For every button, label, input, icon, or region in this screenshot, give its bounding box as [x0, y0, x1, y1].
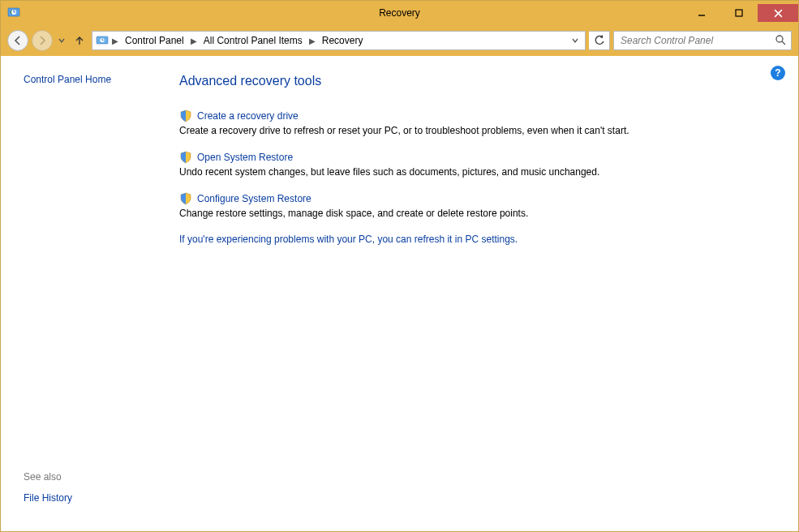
forward-button[interactable] — [32, 30, 53, 51]
tool-item: Configure System Restore Change restore … — [179, 192, 766, 219]
help-icon[interactable]: ? — [771, 66, 785, 80]
search-input[interactable] — [619, 34, 775, 47]
arrow-up-icon — [74, 35, 85, 46]
address-bar[interactable]: ▶ Control Panel ▶ All Control Panel Item… — [92, 31, 586, 50]
see-also-label: See also — [24, 471, 166, 483]
tool-description: Create a recovery drive to refresh or re… — [179, 125, 766, 136]
app-icon — [7, 6, 20, 19]
window: Recovery — [0, 0, 799, 532]
maximize-button[interactable] — [720, 4, 758, 22]
address-dropdown[interactable] — [569, 37, 582, 44]
window-controls — [683, 4, 798, 22]
toolbar: ▶ Control Panel ▶ All Control Panel Item… — [1, 25, 798, 56]
content-area: Control Panel Home See also File History… — [1, 56, 798, 531]
up-button[interactable] — [71, 30, 88, 51]
tool-description: Change restore settings, manage disk spa… — [179, 208, 766, 219]
minimize-button[interactable] — [683, 4, 720, 22]
sidebar: Control Panel Home See also File History — [1, 56, 179, 531]
location-icon — [96, 34, 109, 47]
search-icon[interactable] — [775, 34, 786, 48]
svg-rect-3 — [736, 10, 742, 16]
shield-icon — [179, 109, 192, 122]
breadcrumb-item[interactable]: Control Panel — [122, 35, 187, 46]
close-button[interactable] — [758, 4, 798, 22]
close-icon — [774, 9, 783, 18]
control-panel-home-link[interactable]: Control Panel Home — [24, 74, 111, 85]
breadcrumb-separator[interactable]: ▶ — [110, 36, 120, 45]
file-history-link[interactable]: File History — [24, 492, 166, 504]
breadcrumb-separator[interactable]: ▶ — [307, 36, 317, 45]
breadcrumb-item[interactable]: Recovery — [319, 35, 367, 46]
shield-icon — [179, 151, 192, 164]
back-button[interactable] — [7, 30, 28, 51]
open-system-restore-link[interactable]: Open System Restore — [197, 152, 293, 163]
chevron-down-icon — [572, 37, 578, 44]
breadcrumb-separator[interactable]: ▶ — [189, 36, 199, 45]
create-recovery-drive-link[interactable]: Create a recovery drive — [197, 110, 299, 122]
tool-description: Undo recent system changes, but leave fi… — [179, 166, 766, 178]
minimize-icon — [698, 9, 706, 17]
tool-item: Create a recovery drive Create a recover… — [179, 109, 766, 136]
search-box[interactable] — [613, 31, 792, 50]
arrow-right-icon — [37, 35, 48, 46]
refresh-icon — [594, 35, 605, 46]
configure-system-restore-link[interactable]: Configure System Restore — [197, 193, 311, 204]
pc-settings-refresh-link[interactable]: If you're experiencing problems with you… — [179, 234, 766, 245]
shield-icon — [179, 192, 192, 205]
titlebar: Recovery — [1, 1, 798, 25]
tool-item: Open System Restore Undo recent system c… — [179, 151, 766, 178]
maximize-icon — [735, 9, 743, 17]
svg-line-9 — [782, 41, 785, 45]
chevron-down-icon — [58, 37, 65, 44]
page-heading: Advanced recovery tools — [179, 74, 766, 88]
main-panel: ? Advanced recovery tools Create a recov… — [179, 56, 798, 531]
history-dropdown[interactable] — [56, 30, 67, 51]
svg-point-8 — [776, 36, 783, 42]
refresh-button[interactable] — [589, 31, 610, 50]
breadcrumb-item[interactable]: All Control Panel Items — [200, 35, 306, 46]
window-title: Recovery — [379, 7, 420, 19]
arrow-left-icon — [12, 35, 24, 46]
